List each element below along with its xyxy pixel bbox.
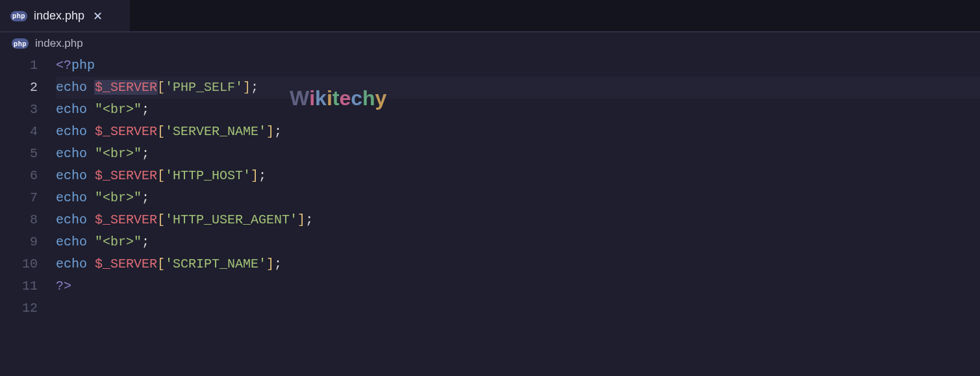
line-number-gutter: 123456789101112 xyxy=(0,55,56,376)
token-keyword: echo xyxy=(56,190,87,205)
token-keyword: echo xyxy=(56,234,87,249)
token-punct: ; xyxy=(142,146,149,161)
token-var: $_SERVER xyxy=(94,80,158,95)
token-keyword: echo xyxy=(56,124,87,139)
token-punct xyxy=(87,102,95,117)
tab-separator xyxy=(0,31,980,32)
token-string: 'PHP_SELF' xyxy=(165,80,243,95)
line-number: 2 xyxy=(0,77,38,99)
token-var: $_SERVER xyxy=(95,257,157,271)
token-string: "<br>" xyxy=(95,190,142,205)
token-keyword: echo xyxy=(56,257,87,271)
token-punct xyxy=(87,146,95,161)
code-line[interactable]: echo $_SERVER['SCRIPT_NAME']; xyxy=(56,253,980,275)
token-punct xyxy=(87,168,95,183)
token-punct xyxy=(87,212,95,227)
code-line[interactable]: echo $_SERVER['HTTP_HOST']; xyxy=(56,165,980,187)
line-number: 6 xyxy=(0,165,38,187)
token-bracket: ] xyxy=(297,212,305,227)
token-keyword: echo xyxy=(56,168,87,183)
code-line[interactable]: ?> xyxy=(56,275,980,297)
line-number: 12 xyxy=(0,297,38,320)
token-bracket: ] xyxy=(266,124,274,139)
token-bracket: [ xyxy=(157,124,165,139)
token-punct: ; xyxy=(274,257,282,271)
token-punct xyxy=(87,190,95,205)
token-tag: <? xyxy=(56,58,71,73)
token-punct: ; xyxy=(142,234,149,249)
close-icon[interactable]: ✕ xyxy=(91,10,104,23)
token-keyword: echo xyxy=(56,102,87,117)
line-number: 10 xyxy=(0,253,38,275)
token-tag: ?> xyxy=(56,279,71,294)
token-var: $_SERVER xyxy=(95,168,157,183)
php-icon: php xyxy=(12,38,29,49)
token-keyword: echo xyxy=(56,80,87,95)
token-punct xyxy=(87,234,95,249)
code-line[interactable]: echo $_SERVER['HTTP_USER_AGENT']; xyxy=(56,209,980,231)
token-punct: ; xyxy=(274,124,282,139)
line-number: 5 xyxy=(0,143,38,165)
line-number: 9 xyxy=(0,231,38,253)
breadcrumb-label: index.php xyxy=(35,37,83,50)
line-number: 1 xyxy=(0,55,38,77)
breadcrumb[interactable]: php index.php xyxy=(0,32,980,55)
token-bracket: [ xyxy=(157,212,165,227)
tab-bar: php index.php ✕ xyxy=(0,0,980,31)
code-line[interactable]: echo "<br>"; xyxy=(56,99,980,121)
token-string: "<br>" xyxy=(95,146,142,161)
token-string: 'HTTP_USER_AGENT' xyxy=(165,212,297,227)
line-number: 7 xyxy=(0,187,38,209)
tab-bar-empty xyxy=(130,0,980,31)
line-number: 8 xyxy=(0,209,38,231)
token-punct xyxy=(87,124,95,139)
token-punct: ; xyxy=(251,80,258,95)
token-punct xyxy=(87,257,95,271)
line-number: 3 xyxy=(0,99,38,121)
tab-label: index.php xyxy=(34,9,84,23)
token-bracket: [ xyxy=(157,80,165,95)
code-editor[interactable]: 123456789101112 Wikitechy <?phpecho $_SE… xyxy=(0,55,980,376)
token-bracket: ] xyxy=(251,168,258,183)
token-string: 'SCRIPT_NAME' xyxy=(165,257,266,271)
code-line[interactable]: echo $_SERVER['SERVER_NAME']; xyxy=(56,121,980,143)
token-bracket: [ xyxy=(157,168,165,183)
token-string: "<br>" xyxy=(95,234,142,249)
token-bracket: ] xyxy=(266,257,274,271)
line-number: 4 xyxy=(0,121,38,143)
token-keyword: echo xyxy=(56,212,87,227)
code-area[interactable]: Wikitechy <?phpecho $_SERVER['PHP_SELF']… xyxy=(56,55,980,376)
php-icon: php xyxy=(10,11,27,21)
token-var: $_SERVER xyxy=(95,212,157,227)
code-line[interactable]: echo "<br>"; xyxy=(56,187,980,209)
token-bracket: ] xyxy=(243,80,251,95)
token-punct: ; xyxy=(142,190,149,205)
token-punct: ; xyxy=(142,102,149,117)
code-line[interactable]: <?php xyxy=(56,55,980,77)
token-keyword: echo xyxy=(56,146,87,161)
token-string: 'HTTP_HOST' xyxy=(165,168,251,183)
token-keyword: php xyxy=(71,58,95,73)
line-number: 11 xyxy=(0,275,38,297)
tab-index-php[interactable]: php index.php ✕ xyxy=(0,0,130,31)
token-var: $_SERVER xyxy=(95,124,157,139)
token-string: 'SERVER_NAME' xyxy=(165,124,266,139)
token-bracket: [ xyxy=(157,257,165,271)
token-punct: ; xyxy=(258,168,266,183)
token-punct: ; xyxy=(305,212,313,227)
code-line[interactable]: echo "<br>"; xyxy=(56,231,980,253)
code-line[interactable] xyxy=(56,297,980,320)
code-line[interactable]: echo "<br>"; xyxy=(56,143,980,165)
code-line[interactable]: echo $_SERVER['PHP_SELF']; xyxy=(56,77,980,99)
token-string: "<br>" xyxy=(95,102,142,117)
